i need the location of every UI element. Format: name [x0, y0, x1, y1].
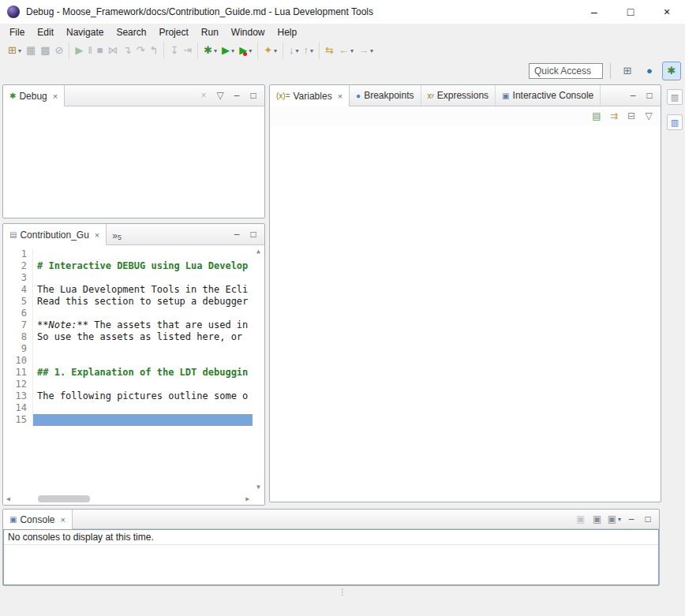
maximize-icon[interactable]: □: [643, 88, 656, 103]
terminate-button[interactable]: ■: [95, 43, 106, 58]
tab-expressions[interactable]: xʸExpressions: [421, 85, 496, 106]
maximize-icon[interactable]: □: [247, 227, 260, 241]
debug-view-content[interactable]: [3, 106, 264, 218]
debug-perspective-button[interactable]: ✱: [662, 62, 681, 80]
new-wizard-button[interactable]: ⊞▾: [6, 43, 24, 58]
code-line[interactable]: **Note:** The assets that are used in: [32, 319, 253, 331]
close-icon[interactable]: ×: [338, 91, 342, 101]
resume-button[interactable]: ▶: [73, 43, 85, 58]
maximize-button[interactable]: □: [612, 0, 649, 24]
code-line[interactable]: [32, 379, 253, 390]
line-number[interactable]: 12: [3, 379, 32, 390]
scroll-up-icon[interactable]: ▲: [256, 248, 260, 255]
dropdown-arrow-icon[interactable]: ▾: [274, 47, 277, 54]
console-content[interactable]: No consoles to display at this time.: [3, 529, 659, 585]
menu-file[interactable]: File: [3, 25, 31, 39]
dropdown-arrow-icon[interactable]: ▾: [249, 47, 252, 54]
tab-debug[interactable]: ✱ Debug ×: [3, 85, 65, 106]
use-step-filters-button[interactable]: ⇥: [181, 43, 194, 58]
collapse-all-icon[interactable]: ⊟: [625, 109, 638, 123]
show-logical-structure-icon[interactable]: ⇉: [608, 109, 620, 123]
editor-vertical-scrollbar[interactable]: ▲ ▼: [253, 245, 264, 493]
code-line[interactable]: Read this section to setup a debugger: [32, 296, 253, 308]
tab-console[interactable]: ▣ Console ×: [3, 510, 73, 529]
dropdown-arrow-icon[interactable]: ▾: [618, 516, 621, 523]
next-annotation-button[interactable]: ↓▾: [286, 43, 301, 58]
close-icon[interactable]: ×: [53, 91, 58, 101]
show-type-names-icon[interactable]: ▤: [590, 109, 603, 123]
menu-help[interactable]: Help: [271, 25, 304, 39]
dropdown-arrow-icon[interactable]: ▾: [214, 47, 217, 54]
display-selected-console-icon[interactable]: ▣: [575, 512, 587, 526]
tab-breakpoints[interactable]: ●Breakpoints: [350, 85, 421, 106]
line-number[interactable]: 15: [3, 414, 32, 426]
scrollbar-thumb[interactable]: [38, 495, 90, 502]
editor-horizontal-scrollbar[interactable]: ◀ ▶: [3, 493, 253, 505]
external-tools-button[interactable]: ▶▾: [237, 43, 254, 58]
debug-button[interactable]: ✱▾: [201, 43, 219, 58]
code-line[interactable]: [32, 308, 253, 319]
dropdown-arrow-icon[interactable]: ▾: [18, 47, 21, 54]
skip-all-breakpoints-button[interactable]: ⊘: [53, 43, 66, 58]
code-line[interactable]: So use the assets as listed here, or: [32, 331, 253, 343]
close-button[interactable]: ×: [649, 0, 685, 24]
line-number[interactable]: 4: [3, 284, 32, 296]
code-line[interactable]: [32, 343, 253, 355]
line-number[interactable]: 5: [3, 296, 32, 308]
menu-edit[interactable]: Edit: [31, 25, 60, 39]
line-number[interactable]: 9: [3, 343, 32, 355]
menu-navigate[interactable]: Navigate: [60, 25, 110, 39]
editor-content[interactable]: 12# Interactive DEBUG using Lua Develop3…: [3, 245, 264, 505]
save-all-button[interactable]: ▩: [38, 43, 52, 58]
menu-window[interactable]: Window: [225, 25, 271, 39]
close-icon[interactable]: ×: [95, 230, 99, 240]
code-line[interactable]: [32, 355, 253, 367]
last-edit-location-button[interactable]: ⇆: [323, 43, 336, 58]
minimize-button[interactable]: –: [576, 0, 612, 24]
back-button[interactable]: ←▾: [336, 43, 356, 58]
scroll-left-icon[interactable]: ◀: [6, 495, 10, 502]
code-line[interactable]: # Interactive DEBUG using Lua Develop: [32, 260, 253, 272]
minimize-icon[interactable]: –: [625, 512, 638, 526]
view-menu-icon[interactable]: ▽: [642, 109, 655, 123]
ldt-perspective-button[interactable]: ●: [640, 62, 659, 80]
dropdown-arrow-icon[interactable]: ▾: [350, 47, 354, 54]
view-menu-icon[interactable]: ▽: [214, 88, 226, 103]
close-icon[interactable]: ×: [60, 515, 65, 525]
previous-annotation-button[interactable]: ↑▾: [301, 43, 316, 58]
scroll-down-icon[interactable]: ▼: [256, 483, 260, 491]
line-number[interactable]: 11: [3, 367, 32, 379]
line-number[interactable]: 7: [3, 319, 32, 331]
pin-console-icon[interactable]: ▣▾: [608, 512, 621, 526]
tab-interactive-console[interactable]: ▣Interactive Console: [496, 85, 601, 106]
step-return-button[interactable]: ↰: [147, 43, 160, 58]
code-line[interactable]: [32, 402, 253, 414]
open-perspective-button[interactable]: ⊞: [618, 62, 637, 80]
line-number[interactable]: 8: [3, 331, 32, 343]
line-number[interactable]: 14: [3, 402, 32, 414]
disconnect-button[interactable]: ⋈: [106, 43, 121, 58]
dropdown-arrow-icon[interactable]: ▾: [296, 47, 299, 54]
quick-access-box[interactable]: Quick Access: [529, 63, 603, 79]
remove-all-terminated-icon[interactable]: ×: [197, 88, 210, 103]
dropdown-arrow-icon[interactable]: ▾: [231, 47, 234, 54]
maximize-icon[interactable]: □: [247, 88, 260, 103]
code-line[interactable]: [32, 272, 253, 284]
view-shortcut-icon-1[interactable]: ▥: [667, 89, 683, 105]
code-line[interactable]: The Lua Development Tools in the Ecli: [32, 284, 253, 296]
line-number[interactable]: 2: [3, 260, 32, 272]
tab-contribution-guide[interactable]: ▤ Contribution_Gu ×: [3, 224, 107, 245]
save-button[interactable]: ▦: [24, 43, 38, 58]
tab-variables[interactable]: (x)=Variables×: [270, 85, 350, 106]
minimize-icon[interactable]: –: [230, 88, 243, 103]
variables-content[interactable]: [270, 125, 661, 502]
dropdown-arrow-icon[interactable]: ▾: [370, 47, 373, 54]
run-button[interactable]: ▶▾: [219, 43, 237, 58]
code-line[interactable]: The following pictures outline some o: [32, 390, 253, 402]
line-number[interactable]: 3: [3, 272, 32, 284]
code-line[interactable]: [32, 248, 253, 260]
step-into-button[interactable]: ↴: [121, 43, 134, 58]
forward-button[interactable]: →▾: [356, 43, 376, 58]
code-line[interactable]: ## 1. Explanation of the LDT debuggin: [32, 367, 253, 379]
search-button[interactable]: ✦▾: [261, 43, 279, 58]
